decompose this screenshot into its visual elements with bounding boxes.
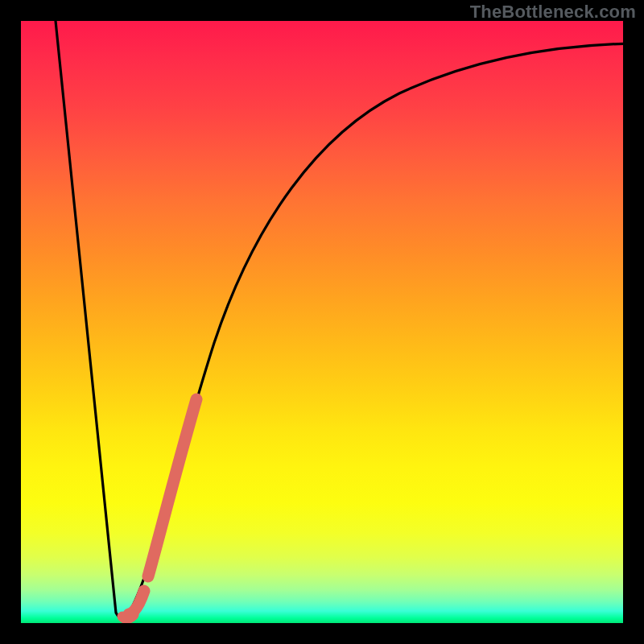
curve-layer xyxy=(21,21,623,623)
emphasis-hook xyxy=(122,615,134,619)
emphasis-segment xyxy=(129,399,196,614)
plot-area xyxy=(21,21,623,623)
chart-frame: TheBottleneck.com xyxy=(0,0,644,644)
bottleneck-curve xyxy=(55,21,623,618)
attribution-text: TheBottleneck.com xyxy=(470,2,636,23)
